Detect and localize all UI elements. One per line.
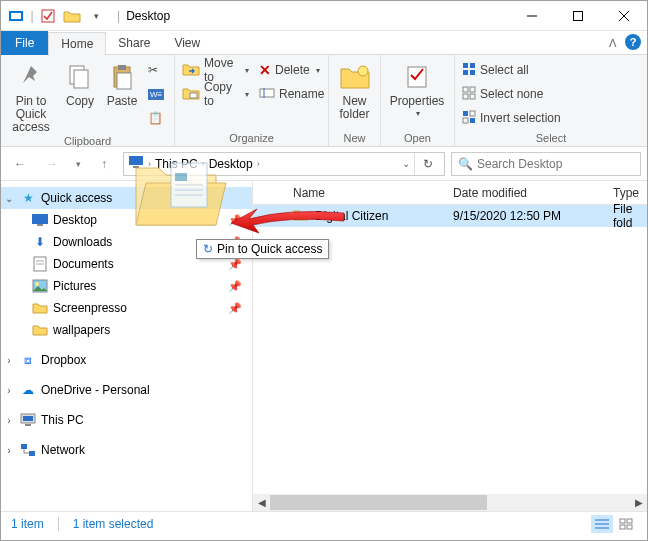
scissors-icon: ✂	[148, 63, 158, 77]
quick-access-toolbar: | ▾	[1, 5, 107, 27]
svg-rect-32	[37, 224, 43, 226]
group-new: New folder New	[329, 55, 381, 146]
copy-path-icon: W≡	[148, 89, 164, 100]
nav-forward-button[interactable]: →	[39, 152, 65, 176]
pin-icon: 📌	[228, 258, 242, 271]
address-bar[interactable]: › This PC › Desktop › ⌄ ↻	[123, 152, 445, 176]
chevron-right-icon[interactable]: ›	[3, 355, 15, 366]
delete-button[interactable]: ✕ Delete▾	[255, 59, 325, 81]
nav-up-button[interactable]: ↑	[91, 152, 117, 176]
collapse-ribbon-icon[interactable]: ᐱ	[609, 37, 617, 50]
copy-to-icon	[182, 86, 200, 103]
scrollbar-thumb[interactable]	[270, 495, 487, 510]
chevron-right-icon[interactable]: ›	[202, 159, 205, 169]
svg-rect-17	[463, 63, 468, 68]
crumb-desktop[interactable]: Desktop	[209, 157, 253, 171]
chevron-down-icon[interactable]: ⌄	[3, 193, 15, 204]
dropbox-icon: ⧈	[19, 351, 37, 369]
tab-view[interactable]: View	[162, 31, 212, 55]
folder-icon	[293, 209, 309, 224]
dropdown-history-icon[interactable]: ⌄	[402, 158, 410, 169]
svg-rect-1	[11, 13, 21, 19]
this-pc-icon	[19, 411, 37, 429]
invert-selection-button[interactable]: Invert selection	[458, 107, 578, 129]
copy-to-button[interactable]: Copy to▾	[178, 83, 253, 105]
horizontal-scrollbar[interactable]: ◀ ▶	[253, 494, 647, 511]
chevron-right-icon[interactable]: ›	[3, 445, 15, 456]
properties-button[interactable]: Properties▾	[384, 57, 450, 119]
tab-share[interactable]: Share	[106, 31, 162, 55]
address-row: ← → ▾ ↑ › This PC › Desktop › ⌄ ↻ 🔍 Sear…	[1, 147, 647, 181]
details-view-button[interactable]	[591, 515, 613, 533]
group-organize: Move to▾ Copy to▾ ✕ Delete▾ Rename	[175, 55, 329, 146]
svg-rect-19	[463, 70, 468, 75]
nav-recent-button[interactable]: ▾	[71, 152, 85, 176]
invert-selection-icon	[462, 110, 476, 127]
svg-rect-18	[470, 63, 475, 68]
tree-pictures[interactable]: Pictures📌	[1, 275, 252, 297]
network-icon	[19, 441, 37, 459]
column-date[interactable]: Date modified	[441, 186, 601, 200]
paste-button[interactable]: Paste	[102, 57, 142, 108]
tree-this-pc[interactable]: › This PC	[1, 409, 252, 431]
minimize-button[interactable]	[509, 1, 555, 31]
chevron-right-icon[interactable]: ›	[3, 385, 15, 396]
column-headers: Name Date modified Type	[253, 181, 647, 205]
cut-button[interactable]: ✂	[144, 59, 168, 81]
column-type[interactable]: Type	[601, 186, 647, 200]
group-label-new: New	[332, 132, 377, 146]
tree-screenpresso[interactable]: Screenpresso📌	[1, 297, 252, 319]
tree-quick-access[interactable]: ⌄ ★ Quick access	[1, 187, 252, 209]
svg-rect-4	[574, 11, 583, 20]
chevron-right-icon[interactable]: ›	[3, 415, 15, 426]
svg-rect-27	[463, 118, 468, 123]
paste-shortcut-button[interactable]: 📋	[144, 107, 168, 129]
svg-rect-30	[133, 166, 139, 168]
qat-new-folder-icon[interactable]	[61, 5, 83, 27]
crumb-this-pc[interactable]: This PC	[155, 157, 198, 171]
qat-customize-icon[interactable]: ▾	[85, 5, 107, 27]
tree-onedrive[interactable]: › ☁ OneDrive - Personal	[1, 379, 252, 401]
tab-home[interactable]: Home	[48, 32, 106, 56]
new-folder-button[interactable]: New folder	[332, 57, 377, 121]
search-box[interactable]: 🔍 Search Desktop	[451, 152, 641, 176]
svg-rect-28	[470, 118, 475, 123]
move-to-button[interactable]: Move to▾	[178, 59, 253, 81]
help-icon[interactable]: ?	[625, 34, 641, 50]
chevron-right-icon[interactable]: ›	[148, 159, 151, 169]
tree-dropbox[interactable]: › ⧈ Dropbox	[1, 349, 252, 371]
copy-path-button[interactable]: W≡	[144, 83, 168, 105]
content-pane: Name Date modified Type Digital Citizen …	[253, 181, 647, 511]
close-button[interactable]	[601, 1, 647, 31]
qat-properties-icon[interactable]	[37, 5, 59, 27]
nav-back-button[interactable]: ←	[7, 152, 33, 176]
scroll-left-icon[interactable]: ◀	[253, 494, 270, 511]
svg-rect-25	[463, 111, 468, 116]
search-placeholder: Search Desktop	[477, 157, 562, 171]
drag-tooltip: ↻ Pin to Quick access	[196, 239, 329, 259]
copy-button[interactable]: Copy	[60, 57, 100, 108]
explorer-window: | ▾ | Desktop File Home Share View ᐱ ?	[0, 0, 648, 541]
tree-wallpapers[interactable]: wallpapers	[1, 319, 252, 341]
tab-file[interactable]: File	[1, 31, 48, 55]
svg-rect-11	[117, 73, 131, 89]
new-folder-icon	[339, 61, 371, 93]
rename-button[interactable]: Rename	[255, 83, 325, 105]
pin-to-quick-access-button[interactable]: Pin to Quick access	[4, 57, 58, 135]
group-label-clipboard: Clipboard	[4, 135, 171, 149]
tree-desktop[interactable]: Desktop📌	[1, 209, 252, 231]
select-all-button[interactable]: Select all	[458, 59, 578, 81]
thumbnails-view-button[interactable]	[615, 515, 637, 533]
column-name[interactable]: Name	[281, 186, 441, 200]
refresh-button[interactable]: ↻	[414, 153, 440, 175]
select-none-button[interactable]: Select none	[458, 83, 578, 105]
pin-icon: 📌	[228, 214, 242, 227]
scroll-right-icon[interactable]: ▶	[630, 494, 647, 511]
file-row[interactable]: Digital Citizen 9/15/2020 12:50 PM File …	[253, 205, 647, 227]
folder-icon	[31, 299, 49, 317]
chevron-right-icon[interactable]: ›	[257, 159, 260, 169]
tree-network[interactable]: › Network	[1, 439, 252, 461]
maximize-button[interactable]	[555, 1, 601, 31]
svg-rect-49	[627, 525, 632, 529]
documents-icon	[31, 255, 49, 273]
